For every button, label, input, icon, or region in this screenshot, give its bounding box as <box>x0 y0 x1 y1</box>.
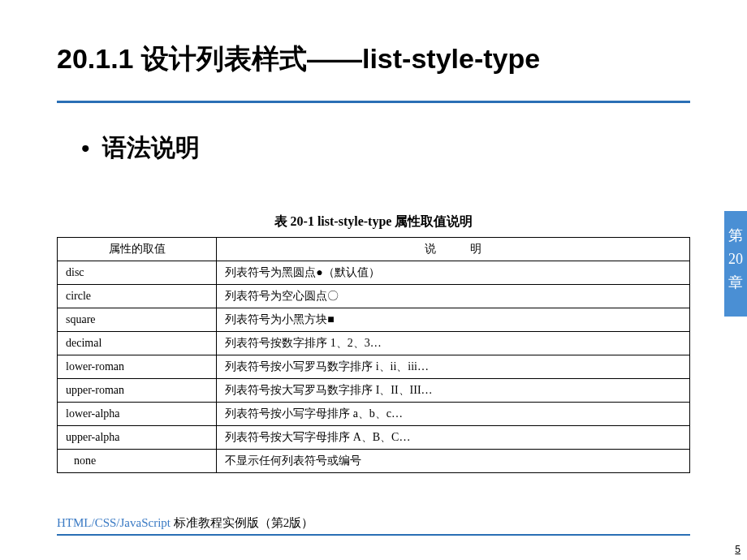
table-header-value: 属性的取值 <box>58 238 217 261</box>
table-header-desc: 说 明 <box>217 238 690 261</box>
table-row: disc列表符号为黑圆点●（默认值） <box>58 261 690 285</box>
bullet-item: • 语法说明 <box>57 131 690 165</box>
footer-text: HTML/CSS/JavaScript 标准教程实例版（第2版） <box>57 515 690 531</box>
table-row: upper-roman列表符号按大写罗马数字排序 I、II、III… <box>58 379 690 403</box>
bullet-text: 语法说明 <box>102 131 200 165</box>
footer-rule <box>57 534 690 536</box>
table-cell-value: upper-roman <box>58 379 217 403</box>
table-cell-value: decimal <box>58 332 217 355</box>
table-cell-desc: 列表符号为黑圆点●（默认值） <box>217 261 690 285</box>
table-cell-value: upper-alpha <box>58 426 217 450</box>
slide-container: 20.1.1 设计列表样式——list-style-type • 语法说明 表 … <box>0 0 747 560</box>
title-underline <box>57 101 690 103</box>
table-cell-desc: 列表符号为空心圆点〇 <box>217 285 690 308</box>
footer-rest: 标准教程实例版（第2版） <box>171 516 313 529</box>
chapter-tab-line2: 20 <box>724 248 747 271</box>
footer-tech: HTML/CSS/JavaScript <box>57 516 171 529</box>
table-row: none不显示任何列表符号或编号 <box>58 450 690 473</box>
property-table: 属性的取值 说 明 disc列表符号为黑圆点●（默认值）circle列表符号为空… <box>57 237 690 473</box>
table-row: decimal列表符号按数字排序 1、2、3… <box>58 332 690 355</box>
table-cell-value: disc <box>58 261 217 285</box>
table-cell-desc: 列表符号按小写字母排序 a、b、c… <box>217 403 690 426</box>
table-cell-desc: 列表符号为小黑方块■ <box>217 308 690 332</box>
table-cell-value: circle <box>58 285 217 308</box>
page-number: 5 <box>735 544 741 555</box>
table-row: lower-alpha列表符号按小写字母排序 a、b、c… <box>58 403 690 426</box>
table-row: square列表符号为小黑方块■ <box>58 308 690 332</box>
table-cell-desc: 列表符号按大写罗马数字排序 I、II、III… <box>217 379 690 403</box>
table-cell-value: lower-roman <box>58 355 217 379</box>
chapter-tab-line1: 第 <box>724 224 747 248</box>
table-row: lower-roman列表符号按小写罗马数字排序 i、ii、iii… <box>58 355 690 379</box>
table-row: circle列表符号为空心圆点〇 <box>58 285 690 308</box>
table-cell-desc: 列表符号按数字排序 1、2、3… <box>217 332 690 355</box>
table-header-row: 属性的取值 说 明 <box>58 238 690 261</box>
table-caption: 表 20-1 list-style-type 属性取值说明 <box>57 213 690 230</box>
slide-title: 20.1.1 设计列表样式——list-style-type <box>57 41 690 78</box>
table-cell-value: none <box>58 450 217 473</box>
table-cell-desc: 列表符号按小写罗马数字排序 i、ii、iii… <box>217 355 690 379</box>
footer: HTML/CSS/JavaScript 标准教程实例版（第2版） <box>0 515 747 536</box>
table-cell-value: square <box>58 308 217 332</box>
table-cell-value: lower-alpha <box>58 403 217 426</box>
chapter-tab: 第 20 章 <box>724 211 747 317</box>
table-cell-desc: 列表符号按大写字母排序 A、B、C… <box>217 426 690 450</box>
table-cell-desc: 不显示任何列表符号或编号 <box>217 450 690 473</box>
chapter-tab-line3: 章 <box>724 271 747 295</box>
bullet-icon: • <box>81 136 90 161</box>
table-row: upper-alpha列表符号按大写字母排序 A、B、C… <box>58 426 690 450</box>
